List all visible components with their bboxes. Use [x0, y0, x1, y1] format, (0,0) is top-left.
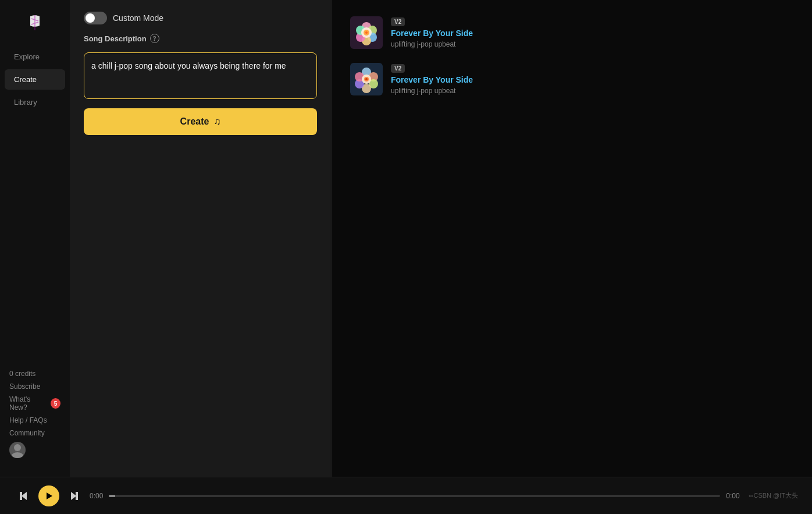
song-version-badge-1: V2	[391, 17, 405, 26]
results-panel: V2 Forever By Your Side uplifting j-pop …	[332, 0, 812, 477]
custom-mode-label: Custom Mode	[113, 13, 163, 23]
sidebar-item-explore[interactable]: Explore	[5, 47, 65, 67]
svg-marker-23	[47, 492, 52, 499]
player-right: ∞CSBN @IT大头	[749, 491, 798, 500]
player-bar: 0:00 0:00 ∞CSBN @IT大头	[0, 477, 812, 514]
svg-point-1	[12, 452, 23, 458]
help-icon[interactable]: ?	[150, 34, 159, 43]
logo	[0, 9, 70, 47]
svg-marker-24	[71, 492, 78, 500]
song-description-label-row: Song Description ?	[84, 34, 317, 43]
song-thumbnail-1	[350, 16, 383, 49]
create-panel: Custom Mode Song Description ? a chill j…	[70, 0, 332, 477]
community-item[interactable]: Community	[9, 429, 60, 437]
main-content: Custom Mode Song Description ? a chill j…	[70, 0, 812, 477]
song-info-2: V2 Forever By Your Side uplifting j-pop …	[391, 64, 473, 95]
progress-bar[interactable]	[109, 495, 720, 497]
sidebar-bottom: 0 credits Subscribe What's New? 5 Help /…	[0, 360, 70, 467]
song-description-textarea[interactable]: a chill j-pop song about you always bein…	[84, 52, 317, 99]
song-cards-list: V2 Forever By Your Side uplifting j-pop …	[346, 9, 798, 102]
song-description-label-text: Song Description	[84, 34, 147, 43]
sidebar-item-library[interactable]: Library	[5, 92, 65, 112]
progress-bar-fill	[109, 495, 115, 497]
create-button-icon: ♫	[213, 116, 220, 127]
next-button[interactable]	[65, 487, 84, 505]
toggle-slider	[84, 12, 107, 24]
subscribe-item[interactable]: Subscribe	[9, 382, 60, 391]
user-avatar[interactable]	[9, 442, 26, 458]
song-thumbnail-2	[350, 63, 383, 95]
sidebar: Explore Create Library 0 credits Subscri…	[0, 0, 70, 477]
sidebar-item-create[interactable]: Create	[5, 69, 65, 90]
svg-point-21	[365, 78, 368, 80]
sidebar-nav: Explore Create Library	[0, 47, 70, 360]
help-item[interactable]: Help / FAQs	[9, 416, 60, 424]
svg-point-11	[365, 31, 368, 34]
song-title-2: Forever By Your Side	[391, 75, 473, 84]
prev-button[interactable]	[14, 487, 33, 505]
play-button[interactable]	[38, 485, 59, 506]
player-brand: ∞CSBN @IT大头	[749, 491, 798, 500]
svg-point-0	[14, 444, 21, 451]
player-middle: 0:00 0:00	[14, 485, 740, 506]
total-time: 0:00	[726, 492, 739, 500]
song-card-2[interactable]: V2 Forever By Your Side uplifting j-pop …	[346, 56, 798, 102]
song-title-1: Forever By Your Side	[391, 29, 473, 38]
custom-mode-row: Custom Mode	[84, 12, 317, 24]
whats-new-item[interactable]: What's New? 5	[9, 395, 60, 412]
current-time: 0:00	[90, 492, 103, 500]
song-subtitle-1: uplifting j-pop upbeat	[391, 40, 473, 48]
song-card-1[interactable]: V2 Forever By Your Side uplifting j-pop …	[346, 9, 798, 56]
song-info-1: V2 Forever By Your Side uplifting j-pop …	[391, 17, 473, 48]
create-button[interactable]: Create ♫	[84, 108, 317, 135]
whats-new-badge: 5	[51, 398, 60, 409]
song-subtitle-2: uplifting j-pop upbeat	[391, 87, 473, 95]
create-button-label: Create	[180, 116, 209, 127]
svg-marker-22	[20, 492, 27, 500]
song-version-badge-2: V2	[391, 64, 405, 73]
custom-mode-toggle[interactable]	[84, 12, 107, 24]
credits-item[interactable]: 0 credits	[9, 370, 60, 378]
